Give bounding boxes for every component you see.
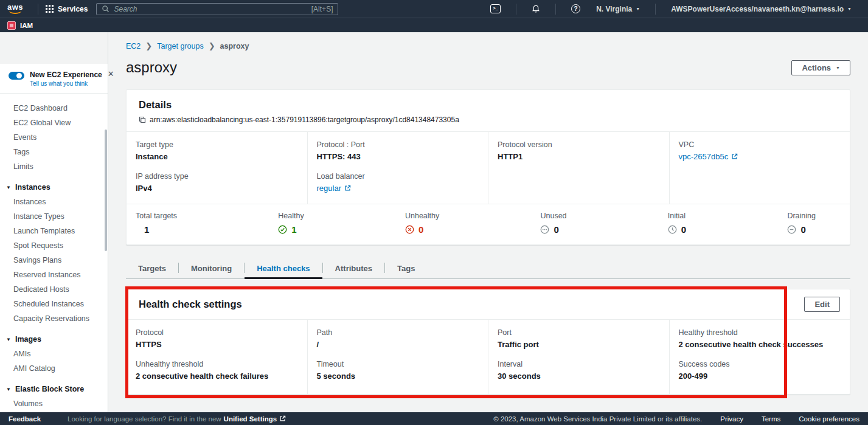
sidebar-section-elastic-block-store[interactable]: ▼ Elastic Block Store — [0, 382, 108, 396]
breadcrumb-target-groups[interactable]: Target groups — [157, 42, 203, 50]
sidebar-section-instances[interactable]: ▼ Instances — [0, 180, 108, 195]
field-label: Protocol version — [498, 140, 661, 149]
cloudshell-button[interactable]: >_ — [482, 4, 509, 13]
hc-protocol-value: HTTPS — [136, 340, 299, 349]
stat-value: 0 — [800, 224, 805, 235]
cookie-preferences-link[interactable]: Cookie preferences — [799, 415, 859, 423]
new-experience-title: New EC2 Experience — [30, 71, 102, 79]
sidebar-item-ami-catalog[interactable]: AMI Catalog — [0, 361, 108, 376]
details-columns: Target type Instance IP address type IPv… — [127, 132, 850, 204]
services-menu[interactable]: Services — [46, 5, 88, 13]
new-experience-toggle[interactable] — [9, 72, 24, 80]
health-check-title: Health check settings — [139, 299, 242, 310]
sidebar-item-ec2-global-view[interactable]: EC2 Global View — [0, 116, 108, 130]
tab-tags[interactable]: Tags — [385, 260, 427, 278]
sidebar-item-dedicated-hosts[interactable]: Dedicated Hosts — [0, 282, 108, 297]
favorites-bar: ▤ IAM — [0, 18, 868, 32]
clock-icon — [668, 225, 677, 234]
load-balancer-name: regular — [317, 184, 341, 193]
region-selector[interactable]: N. Virginia ▼ — [588, 5, 648, 13]
stat-label: Initial — [668, 212, 686, 220]
stat-value: 0 — [681, 224, 686, 235]
section-label: Instances — [15, 183, 50, 192]
hc-interval-value: 30 seconds — [498, 371, 661, 381]
sidebar-item-scheduled-instances[interactable]: Scheduled Instances — [0, 297, 108, 311]
help-icon: ? — [571, 4, 580, 13]
grid-icon — [46, 5, 54, 13]
copy-icon[interactable] — [139, 116, 146, 123]
favorite-iam[interactable]: ▤ IAM — [7, 21, 33, 30]
services-label: Services — [58, 5, 88, 13]
sidebar-item-limits[interactable]: Limits — [0, 159, 108, 174]
triangle-down-icon: ▼ — [6, 185, 11, 190]
hc-unhealthy-threshold-value: 2 consecutive health check failures — [136, 371, 299, 381]
target-group-arn: arn:aws:elasticloadbalancing:us-east-1:3… — [150, 116, 459, 124]
search-input[interactable] — [114, 5, 307, 13]
tab-monitoring[interactable]: Monitoring — [179, 260, 244, 278]
sidebar-item-ec2-dashboard[interactable]: EC2 Dashboard — [0, 101, 108, 116]
sidebar-item-savings-plans[interactable]: Savings Plans — [0, 253, 108, 268]
health-check-card: Health check settings Edit Protocol HTTP… — [126, 289, 850, 395]
edit-button[interactable]: Edit — [804, 297, 840, 312]
triangle-down-icon: ▼ — [6, 387, 11, 392]
field-label: VPC — [679, 140, 842, 149]
sidebar-item-capacity-reservations[interactable]: Capacity Reservations — [0, 311, 108, 326]
tab-health-checks[interactable]: Health checks — [245, 260, 322, 278]
unified-settings-link[interactable]: Unified Settings — [224, 415, 286, 423]
minus-circle-icon — [787, 225, 796, 234]
sidebar-item-spot-requests[interactable]: Spot Requests — [0, 238, 108, 253]
breadcrumb-ec2[interactable]: EC2 — [126, 42, 141, 50]
top-navbar: aws Services [Alt+S] >_ ? N. Virginia ▼ … — [0, 0, 868, 18]
section-label: Images — [15, 335, 41, 344]
footer-bar: Feedback Looking for language selection?… — [0, 412, 868, 425]
sidebar-item-tags[interactable]: Tags — [0, 145, 108, 159]
sidebar-item-amis[interactable]: AMIs — [0, 347, 108, 361]
aws-logo[interactable]: aws — [7, 4, 23, 14]
sidebar-item-events[interactable]: Events — [0, 130, 108, 145]
field-label: Protocol : Port — [317, 140, 480, 149]
dots-circle-icon — [540, 225, 549, 234]
field-label: Unhealthy threshold — [136, 360, 299, 368]
sidebar-section-images[interactable]: ▼ Images — [0, 332, 108, 347]
topnav-right-group: >_ ? N. Virginia ▼ AWSPowerUserAccess/na… — [482, 4, 859, 15]
vpc-link[interactable]: vpc-2657db5c — [679, 152, 738, 161]
toggle-knob — [16, 73, 22, 78]
sidebar-item-instance-types[interactable]: Instance Types — [0, 209, 108, 224]
aws-logo-text: aws — [7, 4, 23, 11]
stat-value: 1 — [291, 224, 296, 235]
help-button[interactable]: ? — [563, 4, 588, 13]
check-circle-icon — [278, 225, 287, 234]
field-label: Path — [317, 328, 480, 337]
sidebar-scrollbar[interactable] — [105, 130, 107, 251]
external-link-icon — [279, 415, 286, 422]
iam-label: IAM — [20, 22, 33, 29]
feedback-link[interactable]: Feedback — [9, 415, 41, 423]
actions-button[interactable]: Actions ▼ — [791, 60, 850, 75]
tab-targets[interactable]: Targets — [126, 260, 178, 278]
notifications-button[interactable] — [524, 4, 548, 13]
privacy-link[interactable]: Privacy — [720, 415, 743, 423]
external-link-icon — [344, 185, 351, 192]
actions-label: Actions — [802, 63, 831, 72]
section-label: Elastic Block Store — [15, 385, 84, 393]
vpc-id: vpc-2657db5c — [679, 152, 729, 161]
stat-healthy: Healthy 1 — [278, 212, 304, 235]
sidebar-item-reserved-instances[interactable]: Reserved Instances — [0, 268, 108, 282]
terms-link[interactable]: Terms — [762, 415, 780, 423]
close-icon[interactable]: ✕ — [108, 70, 114, 78]
sidebar-item-launch-templates[interactable]: Launch Templates — [0, 224, 108, 238]
stat-unused: Unused 0 — [540, 212, 566, 235]
account-menu[interactable]: AWSPowerUserAccess/navaneeth.kn@harness.… — [663, 5, 859, 13]
sidebar-item-volumes[interactable]: Volumes — [0, 396, 108, 411]
global-search[interactable]: [Alt+S] — [96, 3, 338, 15]
load-balancer-link[interactable]: regular — [317, 184, 351, 193]
stat-label: Healthy — [278, 212, 304, 220]
sidebar-item-instances[interactable]: Instances — [0, 195, 108, 209]
field-label: Healthy threshold — [679, 328, 842, 337]
stat-unhealthy: Unhealthy 0 — [405, 212, 439, 235]
field-label: Timeout — [317, 360, 480, 368]
chevron-down-icon: ▼ — [836, 66, 840, 70]
field-label: Port — [498, 328, 661, 337]
tab-attributes[interactable]: Attributes — [323, 260, 384, 278]
tell-us-link[interactable]: Tell us what you think — [30, 80, 102, 87]
